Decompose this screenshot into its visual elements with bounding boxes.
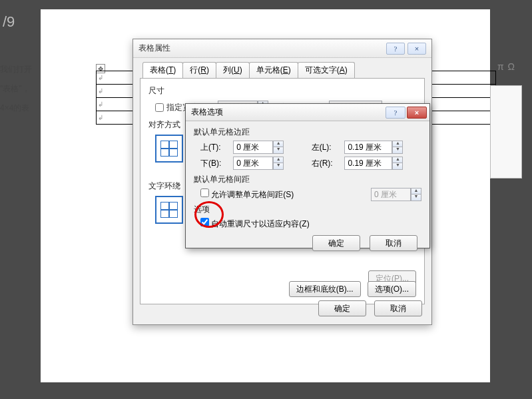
dialog-titlebar[interactable]: 表格属性 ? × <box>133 39 431 58</box>
margin-right-label: 右(R): <box>312 158 340 169</box>
margin-right-input[interactable] <box>344 157 392 170</box>
inner-cancel-button[interactable]: 取消 <box>370 235 417 251</box>
spacing-group-label: 默认单元格间距 <box>194 174 421 185</box>
margin-bottom-label: 下(B): <box>200 158 228 169</box>
margin-top-label: 上(T): <box>200 142 228 153</box>
tab-table[interactable]: 表格(T) <box>142 62 183 78</box>
border-shading-button[interactable]: 边框和底纹(B)... <box>289 281 361 297</box>
margins-group-label: 默认单元格边距 <box>194 127 421 138</box>
margin-bottom-spinner[interactable]: ▲▼ <box>233 157 290 170</box>
spin-down-icon[interactable]: ▼ <box>273 147 284 154</box>
ribbon-symbols: π Ω <box>489 60 523 73</box>
margin-top-input[interactable] <box>233 141 273 154</box>
allow-spacing-label[interactable]: 允许调整单元格间距(S) <box>200 189 294 200</box>
inner-dialog-titlebar[interactable]: 表格选项 ? × <box>186 104 429 121</box>
inner-ok-button[interactable]: 确定 <box>312 235 360 251</box>
tab-row[interactable]: 行(R) <box>182 62 216 78</box>
options-group-label: 选项 <box>194 204 421 215</box>
text-line: 我们打开 <box>0 60 32 79</box>
ok-button[interactable]: 确定 <box>318 300 366 316</box>
pi-icon[interactable]: π <box>497 61 504 72</box>
close-button[interactable]: × <box>407 43 426 55</box>
tab-alttext[interactable]: 可选文字(A) <box>298 62 355 78</box>
document-text: 我们打开 "表格"， 4×4的表 <box>0 60 32 117</box>
table-options-dialog: 表格选项 ? × 默认单元格边距 上(T): ▲▼ 左(L): ▲▼ 下(B):… <box>185 103 430 248</box>
autosize-label[interactable]: 自动重调尺寸以适应内容(Z) <box>200 218 310 230</box>
inner-close-button[interactable]: × <box>407 107 427 119</box>
inner-dialog-title: 表格选项 <box>191 107 223 118</box>
spacing-spinner[interactable]: ▲▼ <box>371 188 421 201</box>
tabs: 表格(T) 行(R) 列(U) 单元格(E) 可选文字(A) <box>133 58 431 78</box>
margin-left-input[interactable] <box>344 141 392 154</box>
allow-spacing-checkbox[interactable] <box>200 189 209 197</box>
spin-down-icon[interactable]: ▼ <box>411 195 421 201</box>
spacing-input[interactable] <box>371 188 411 201</box>
specify-width-checkbox[interactable] <box>155 103 164 112</box>
spin-down-icon[interactable]: ▼ <box>392 163 403 170</box>
align-left-option[interactable] <box>155 135 183 163</box>
omega-icon[interactable]: Ω <box>508 61 515 72</box>
dialog-title: 表格属性 <box>138 43 170 54</box>
text-line: 4×4的表 <box>0 99 32 118</box>
size-section-label: 尺寸 <box>148 85 416 97</box>
options-button[interactable]: 选项(O)... <box>368 281 416 297</box>
margin-top-spinner[interactable]: ▲▼ <box>233 141 290 154</box>
margin-left-spinner[interactable]: ▲▼ <box>344 141 409 154</box>
preview-pane <box>490 85 522 179</box>
margin-bottom-input[interactable] <box>233 157 273 170</box>
margin-left-label: 左(L): <box>312 142 340 153</box>
page-number: /9 <box>3 13 15 31</box>
tab-cell[interactable]: 单元格(E) <box>249 62 298 78</box>
help-button[interactable]: ? <box>386 43 405 55</box>
spin-down-icon[interactable]: ▼ <box>273 163 284 170</box>
tab-column[interactable]: 列(U) <box>216 62 250 78</box>
text-line: "表格"， <box>0 79 32 99</box>
wrap-none-option[interactable] <box>155 196 183 224</box>
cancel-button[interactable]: 取消 <box>374 300 422 316</box>
autosize-checkbox[interactable] <box>200 218 209 226</box>
inner-help-button[interactable]: ? <box>386 107 405 119</box>
spin-down-icon[interactable]: ▼ <box>392 147 403 154</box>
margin-right-spinner[interactable]: ▲▼ <box>344 157 409 170</box>
